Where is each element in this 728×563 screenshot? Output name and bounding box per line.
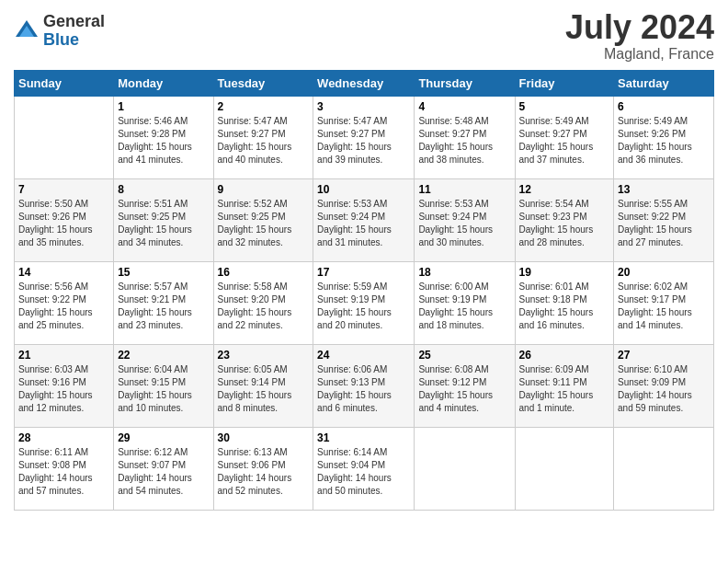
- day-info: Sunrise: 5:46 AMSunset: 9:28 PMDaylight:…: [118, 115, 209, 167]
- location: Magland, France: [565, 46, 714, 63]
- calendar-cell: 8Sunrise: 5:51 AMSunset: 9:25 PMDaylight…: [114, 178, 213, 261]
- logo-icon: [14, 18, 40, 44]
- day-number: 3: [317, 100, 410, 113]
- title-block: July 2024 Magland, France: [565, 9, 714, 63]
- day-info: Sunrise: 5:54 AMSunset: 9:23 PMDaylight:…: [519, 198, 610, 249]
- day-number: 6: [618, 100, 710, 113]
- day-number: 11: [418, 183, 510, 196]
- calendar-cell: [415, 427, 515, 510]
- header-friday: Friday: [515, 70, 614, 96]
- calendar-cell: 20Sunrise: 6:02 AMSunset: 9:17 PMDayligh…: [614, 261, 714, 344]
- day-number: 4: [418, 100, 510, 113]
- calendar-cell: 19Sunrise: 6:01 AMSunset: 9:18 PMDayligh…: [515, 261, 614, 344]
- day-info: Sunrise: 6:02 AMSunset: 9:17 PMDaylight:…: [618, 281, 710, 332]
- day-info: Sunrise: 6:11 AMSunset: 9:08 PMDaylight:…: [18, 446, 109, 498]
- day-number: 20: [618, 266, 710, 279]
- calendar-cell: 21Sunrise: 6:03 AMSunset: 9:16 PMDayligh…: [15, 344, 114, 427]
- logo-text: General Blue: [43, 13, 105, 50]
- calendar-cell: 15Sunrise: 5:57 AMSunset: 9:21 PMDayligh…: [114, 261, 213, 344]
- calendar-cell: 27Sunrise: 6:10 AMSunset: 9:09 PMDayligh…: [614, 344, 714, 427]
- day-number: 12: [519, 183, 610, 196]
- day-number: 27: [618, 349, 710, 362]
- calendar-header-row: SundayMondayTuesdayWednesdayThursdayFrid…: [15, 70, 714, 96]
- calendar-cell: 31Sunrise: 6:14 AMSunset: 9:04 PMDayligh…: [313, 427, 415, 510]
- calendar-cell: [614, 427, 714, 510]
- day-info: Sunrise: 6:09 AMSunset: 9:11 PMDaylight:…: [519, 363, 610, 415]
- calendar-week-row: 1Sunrise: 5:46 AMSunset: 9:28 PMDaylight…: [15, 96, 714, 178]
- day-number: 31: [317, 431, 410, 444]
- calendar-week-row: 14Sunrise: 5:56 AMSunset: 9:22 PMDayligh…: [15, 261, 714, 344]
- calendar-cell: 29Sunrise: 6:12 AMSunset: 9:07 PMDayligh…: [114, 427, 213, 510]
- logo-blue: Blue: [43, 31, 105, 50]
- day-number: 24: [317, 349, 410, 362]
- day-info: Sunrise: 5:51 AMSunset: 9:25 PMDaylight:…: [118, 198, 209, 249]
- calendar-cell: 11Sunrise: 5:53 AMSunset: 9:24 PMDayligh…: [415, 178, 515, 261]
- day-number: 22: [118, 349, 209, 362]
- day-info: Sunrise: 6:12 AMSunset: 9:07 PMDaylight:…: [118, 446, 209, 498]
- day-number: 21: [18, 349, 109, 362]
- day-info: Sunrise: 6:13 AMSunset: 9:06 PMDaylight:…: [218, 446, 310, 498]
- day-number: 17: [317, 266, 410, 279]
- calendar-cell: 1Sunrise: 5:46 AMSunset: 9:28 PMDaylight…: [114, 96, 213, 178]
- calendar-cell: 18Sunrise: 6:00 AMSunset: 9:19 PMDayligh…: [415, 261, 515, 344]
- calendar-cell: 26Sunrise: 6:09 AMSunset: 9:11 PMDayligh…: [515, 344, 614, 427]
- day-info: Sunrise: 5:59 AMSunset: 9:19 PMDaylight:…: [317, 281, 410, 332]
- day-number: 9: [218, 183, 310, 196]
- calendar-week-row: 28Sunrise: 6:11 AMSunset: 9:08 PMDayligh…: [15, 427, 714, 510]
- day-number: 15: [118, 266, 209, 279]
- day-info: Sunrise: 5:47 AMSunset: 9:27 PMDaylight:…: [317, 115, 410, 167]
- calendar-cell: 4Sunrise: 5:48 AMSunset: 9:27 PMDaylight…: [415, 96, 515, 178]
- logo: General Blue: [14, 13, 105, 50]
- calendar-cell: 16Sunrise: 5:58 AMSunset: 9:20 PMDayligh…: [213, 261, 313, 344]
- calendar-week-row: 7Sunrise: 5:50 AMSunset: 9:26 PMDaylight…: [15, 178, 714, 261]
- day-info: Sunrise: 6:01 AMSunset: 9:18 PMDaylight:…: [519, 281, 610, 332]
- calendar-cell: 13Sunrise: 5:55 AMSunset: 9:22 PMDayligh…: [614, 178, 714, 261]
- calendar-cell: [15, 96, 114, 178]
- calendar-cell: 23Sunrise: 6:05 AMSunset: 9:14 PMDayligh…: [213, 344, 313, 427]
- day-info: Sunrise: 6:10 AMSunset: 9:09 PMDaylight:…: [618, 363, 710, 415]
- day-number: 30: [218, 431, 310, 444]
- calendar-cell: 12Sunrise: 5:54 AMSunset: 9:23 PMDayligh…: [515, 178, 614, 261]
- calendar-cell: 5Sunrise: 5:49 AMSunset: 9:27 PMDaylight…: [515, 96, 614, 178]
- calendar-cell: 24Sunrise: 6:06 AMSunset: 9:13 PMDayligh…: [313, 344, 415, 427]
- day-number: 10: [317, 183, 410, 196]
- day-number: 13: [618, 183, 710, 196]
- day-number: 16: [218, 266, 310, 279]
- day-number: 5: [519, 100, 610, 113]
- day-info: Sunrise: 5:49 AMSunset: 9:27 PMDaylight:…: [519, 115, 610, 167]
- calendar-cell: 10Sunrise: 5:53 AMSunset: 9:24 PMDayligh…: [313, 178, 415, 261]
- calendar-cell: [515, 427, 614, 510]
- header-sunday: Sunday: [15, 70, 114, 96]
- calendar-cell: 22Sunrise: 6:04 AMSunset: 9:15 PMDayligh…: [114, 344, 213, 427]
- month-year: July 2024: [565, 9, 714, 46]
- calendar-cell: 7Sunrise: 5:50 AMSunset: 9:26 PMDaylight…: [15, 178, 114, 261]
- day-info: Sunrise: 5:52 AMSunset: 9:25 PMDaylight:…: [218, 198, 310, 249]
- header-wednesday: Wednesday: [313, 70, 415, 96]
- day-number: 23: [218, 349, 310, 362]
- day-info: Sunrise: 5:48 AMSunset: 9:27 PMDaylight:…: [418, 115, 510, 167]
- day-info: Sunrise: 5:57 AMSunset: 9:21 PMDaylight:…: [118, 281, 209, 332]
- day-info: Sunrise: 6:06 AMSunset: 9:13 PMDaylight:…: [317, 363, 410, 415]
- calendar-cell: 17Sunrise: 5:59 AMSunset: 9:19 PMDayligh…: [313, 261, 415, 344]
- day-info: Sunrise: 6:14 AMSunset: 9:04 PMDaylight:…: [317, 446, 410, 498]
- day-number: 19: [519, 266, 610, 279]
- header-saturday: Saturday: [614, 70, 714, 96]
- day-info: Sunrise: 6:05 AMSunset: 9:14 PMDaylight:…: [218, 363, 310, 415]
- day-info: Sunrise: 5:47 AMSunset: 9:27 PMDaylight:…: [218, 115, 310, 167]
- day-info: Sunrise: 5:58 AMSunset: 9:20 PMDaylight:…: [218, 281, 310, 332]
- calendar-cell: 28Sunrise: 6:11 AMSunset: 9:08 PMDayligh…: [15, 427, 114, 510]
- calendar-cell: 30Sunrise: 6:13 AMSunset: 9:06 PMDayligh…: [213, 427, 313, 510]
- day-info: Sunrise: 5:53 AMSunset: 9:24 PMDaylight:…: [317, 198, 410, 249]
- calendar-cell: 25Sunrise: 6:08 AMSunset: 9:12 PMDayligh…: [415, 344, 515, 427]
- page-header: General Blue July 2024 Magland, France: [14, 9, 714, 63]
- day-number: 7: [18, 183, 109, 196]
- header-monday: Monday: [114, 70, 213, 96]
- day-number: 8: [118, 183, 209, 196]
- day-info: Sunrise: 5:50 AMSunset: 9:26 PMDaylight:…: [18, 198, 109, 249]
- day-info: Sunrise: 6:00 AMSunset: 9:19 PMDaylight:…: [418, 281, 510, 332]
- day-info: Sunrise: 5:53 AMSunset: 9:24 PMDaylight:…: [418, 198, 510, 249]
- day-info: Sunrise: 6:08 AMSunset: 9:12 PMDaylight:…: [418, 363, 510, 415]
- day-number: 1: [118, 100, 209, 113]
- calendar-cell: 14Sunrise: 5:56 AMSunset: 9:22 PMDayligh…: [15, 261, 114, 344]
- logo-general: General: [43, 13, 105, 31]
